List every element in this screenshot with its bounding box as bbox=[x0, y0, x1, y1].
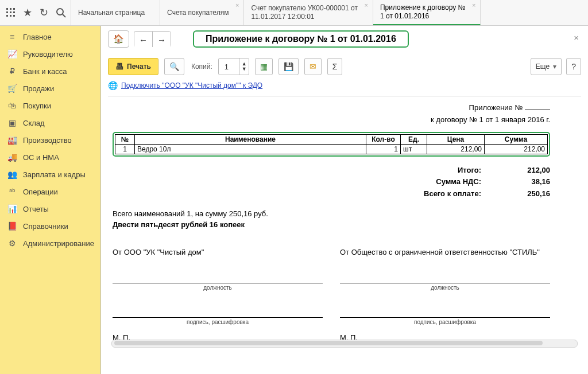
history-icon[interactable]: ↻ bbox=[39, 7, 50, 18]
sidebar-item-label: Зарплата и кадры bbox=[23, 170, 86, 179]
close-icon[interactable]: × bbox=[365, 2, 368, 9]
sidebar-item-warehouse[interactable]: ▣ Склад bbox=[0, 114, 100, 131]
close-icon[interactable]: × bbox=[235, 2, 239, 9]
sidebar-item-bank[interactable]: ₽ Банк и касса bbox=[0, 63, 100, 80]
help-icon: ? bbox=[571, 62, 576, 71]
truck-icon: 🚚 bbox=[7, 153, 17, 162]
sidebar-item-sales[interactable]: 🛒 Продажи bbox=[0, 80, 100, 97]
preview-button[interactable]: 🔍 bbox=[164, 58, 184, 75]
cell-unit: шт bbox=[401, 144, 427, 154]
sidebar-item-references[interactable]: 📕 Справочники bbox=[0, 217, 100, 235]
ruble-icon: ₽ bbox=[7, 67, 17, 76]
svg-rect-6 bbox=[6, 15, 8, 17]
sidebar-item-label: Отчеты bbox=[23, 205, 49, 213]
chart-icon: 📈 bbox=[7, 49, 17, 59]
sidebar: ≡ Главное 📈 Руководителю ₽ Банк и касса … bbox=[0, 26, 100, 374]
sidebar-item-label: Руководителю bbox=[23, 50, 73, 59]
amount-in-words: Двести пятьдесят рублей 16 копеек bbox=[113, 219, 550, 231]
count-line: Всего наименований 1, на сумму 250,16 ру… bbox=[113, 208, 550, 220]
signature-line-left bbox=[113, 303, 323, 318]
copies-value: 1 bbox=[219, 59, 240, 75]
edo-link[interactable]: Подключить "ООО "УК "Чистый дом"" к ЭДО bbox=[121, 81, 262, 89]
party-right-name: От Общество с ограниченной ответственнос… bbox=[340, 248, 550, 256]
sidebar-item-purchases[interactable]: 🛍 Покупки bbox=[0, 97, 100, 114]
col-price: Цена bbox=[427, 134, 485, 144]
document-viewport[interactable]: Приложение № к договору № 1 от 1 января … bbox=[108, 96, 581, 349]
total-pay-label: Всего к оплате: bbox=[424, 188, 481, 200]
copies-stepper[interactable]: 1 ▲▼ bbox=[218, 58, 249, 75]
position-line-left bbox=[113, 269, 323, 283]
print-label: Печать bbox=[127, 63, 151, 71]
doc-head-line2: к договору № 1 от 1 января 2016 г. bbox=[113, 114, 550, 126]
sigma-icon: Σ bbox=[332, 62, 338, 71]
sidebar-item-reports[interactable]: 📊 Отчеты bbox=[0, 200, 100, 217]
parties-block: От ООО "УК "Чистый дом" должность подпис… bbox=[113, 248, 550, 342]
table-row: 1 Ведро 10л 1 шт 212,00 212,00 bbox=[115, 144, 548, 154]
search-icon[interactable] bbox=[55, 7, 66, 18]
save-button[interactable]: 💾 bbox=[278, 58, 299, 75]
menu-icon: ≡ bbox=[7, 32, 17, 41]
more-button[interactable]: Еще bbox=[531, 58, 562, 75]
sidebar-item-payroll[interactable]: 👥 Зарплата и кадры bbox=[0, 166, 100, 183]
home-button[interactable]: 🏠 bbox=[108, 30, 129, 48]
gear-icon: ⚙ bbox=[7, 239, 17, 248]
tab-invoices[interactable]: Счета покупателям × bbox=[160, 0, 244, 25]
bag-icon: 🛍 bbox=[7, 101, 17, 110]
book-icon: 📕 bbox=[7, 221, 17, 231]
apps-icon[interactable] bbox=[6, 7, 17, 18]
itogo-value: 212,00 bbox=[504, 165, 550, 177]
sidebar-item-main[interactable]: ≡ Главное bbox=[0, 28, 100, 45]
help-button[interactable]: ? bbox=[566, 58, 581, 75]
stepper-arrows[interactable]: ▲▼ bbox=[240, 61, 249, 72]
tab-contract-annex[interactable]: Приложение к договору № 1 от 01.01.2016 … bbox=[373, 0, 481, 25]
close-icon[interactable]: × bbox=[574, 33, 579, 42]
svg-point-9 bbox=[57, 9, 63, 15]
cell-num: 1 bbox=[115, 144, 135, 154]
action-toolbar: 🖶 Печать 🔍 Копий: 1 ▲▼ ▦ 💾 ✉ Σ bbox=[108, 58, 581, 75]
print-button[interactable]: 🖶 Печать bbox=[108, 58, 158, 75]
sidebar-item-label: Склад bbox=[23, 119, 45, 127]
sidebar-item-manager[interactable]: 📈 Руководителю bbox=[0, 45, 100, 63]
tab-label-line2: 11.01.2017 12:00:01 bbox=[251, 13, 358, 21]
topbar-quick-icons: ★ ↻ bbox=[0, 0, 71, 25]
sum-button[interactable]: Σ bbox=[327, 58, 343, 75]
svg-rect-2 bbox=[13, 8, 15, 10]
favorite-icon[interactable]: ★ bbox=[22, 7, 33, 18]
svg-rect-5 bbox=[13, 11, 15, 13]
top-bar: ★ ↻ Начальная страница Счета покупателям… bbox=[0, 0, 588, 26]
copies-label: Копий: bbox=[191, 63, 212, 71]
tab-invoice-doc[interactable]: Счет покупателю УК00-000001 от 11.01.201… bbox=[244, 0, 373, 25]
nav-back-forward: ← → bbox=[134, 31, 171, 47]
page-title: Приложение к договору № 1 от 01.01.2016 bbox=[193, 30, 409, 48]
nds-value: 38,16 bbox=[504, 176, 550, 188]
svg-rect-3 bbox=[6, 11, 8, 13]
sidebar-item-label: Покупки bbox=[23, 102, 51, 110]
items-table-highlight: № Наименование Кол-во Ед. Цена Сумма 1 bbox=[113, 132, 550, 157]
sidebar-item-assets[interactable]: 🚚 ОС и НМА bbox=[0, 149, 100, 166]
totals-block: Итого: 212,00 Сумма НДС: 38,16 Всего к о… bbox=[113, 165, 550, 200]
close-icon[interactable]: × bbox=[472, 2, 475, 9]
forward-button[interactable]: → bbox=[152, 31, 171, 47]
svg-rect-0 bbox=[6, 8, 8, 10]
save-template-button[interactable]: ▦ bbox=[255, 58, 273, 75]
sidebar-item-production[interactable]: 🏭 Производство bbox=[0, 131, 100, 149]
scrollbar-thumb[interactable] bbox=[114, 341, 543, 345]
svg-rect-1 bbox=[10, 8, 11, 10]
cell-name: Ведро 10л bbox=[135, 144, 366, 154]
sidebar-item-operations[interactable]: ᵃᵇ Операции bbox=[0, 183, 100, 200]
position-line-right bbox=[340, 269, 550, 283]
printer-icon: 🖶 bbox=[115, 62, 123, 71]
back-button[interactable]: ← bbox=[134, 31, 152, 47]
tab-label: Начальная страница bbox=[78, 9, 145, 17]
sidebar-item-admin[interactable]: ⚙ Администрирование bbox=[0, 235, 100, 252]
email-button[interactable]: ✉ bbox=[304, 58, 322, 75]
cart-icon: 🛒 bbox=[7, 84, 17, 93]
grid-icon: ▦ bbox=[260, 62, 268, 71]
cell-qty: 1 bbox=[366, 144, 401, 154]
horizontal-scrollbar[interactable] bbox=[111, 340, 578, 348]
signature-caption-right: подпись, расшифровка bbox=[340, 319, 550, 325]
factory-icon: 🏭 bbox=[7, 135, 17, 145]
sidebar-item-label: Продажи bbox=[23, 84, 54, 93]
party-right: От Общество с ограниченной ответственнос… bbox=[340, 248, 550, 342]
tab-home[interactable]: Начальная страница bbox=[71, 0, 160, 25]
